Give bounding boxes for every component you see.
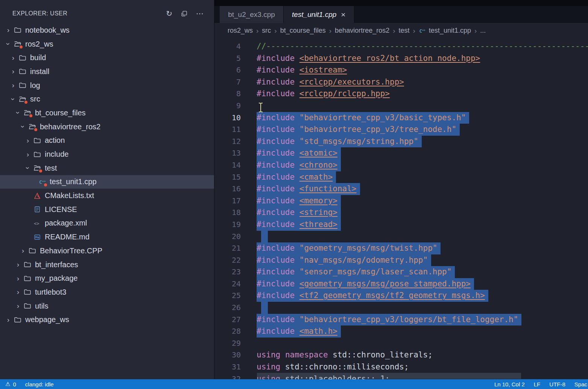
tree-item-utils[interactable]: ›utils [0,299,214,313]
breadcrumb-item[interactable]: src [262,27,271,35]
chevron-icon[interactable]: › [9,95,17,104]
breadcrumb-item[interactable]: ros2_ws [228,27,253,35]
line-number[interactable]: 28 [214,325,241,338]
code-line-6[interactable]: 6#include <iostream> [214,64,588,76]
code-line-14[interactable]: 14#include <chrono> [214,159,588,171]
chevron-icon[interactable]: › [14,274,23,283]
tree-item-test[interactable]: ›test [0,161,214,175]
horizontal-scrollbar[interactable] [257,373,521,379]
line-number[interactable]: 31 [214,361,241,373]
chevron-icon[interactable]: › [23,150,32,159]
refresh-icon[interactable]: ↻ [166,9,172,18]
tree-item-turtlebot3[interactable]: ›turtlebot3 [0,285,214,299]
tree-item-test_unit1.cpp[interactable]: C++test_unit1.cpp [0,175,214,189]
line-number[interactable]: 15 [214,171,241,183]
code-line-8[interactable]: 8#include <rclcpp/rclcpp.hpp> [214,88,588,100]
tree-item-package.xml[interactable]: <>package.xml [0,216,214,230]
clangd-status[interactable]: clangd: idle [25,381,54,387]
tree-item-include[interactable]: ›include [0,147,214,161]
line-number[interactable]: 25 [214,290,241,302]
code-editor[interactable]: 4//-------------------------------------… [214,38,588,379]
eol-indicator[interactable]: LF [534,381,541,387]
code-line-16[interactable]: 16#include <functional> [214,183,588,195]
tree-item-LICENSE[interactable]: LICENSE [0,203,214,216]
tree-item-bt_interfaces[interactable]: ›bt_interfaces [0,258,214,272]
tree-item-BehaviorTree.CPP[interactable]: ›BehaviorTree.CPP [0,244,214,258]
code-line-9[interactable]: 9 [214,100,588,112]
line-number[interactable]: 26 [214,302,241,314]
problems-indicator[interactable]: ⚠ 0 [5,381,16,387]
chevron-icon[interactable]: › [18,247,27,255]
breadcrumb-item[interactable]: bt_course_files [280,27,326,35]
code-line-19[interactable]: 19#include <thread> [214,219,588,231]
chevron-icon[interactable]: › [23,136,32,145]
breadcrumb-overflow[interactable]: ... [480,27,486,35]
line-number[interactable]: 16 [214,183,241,195]
chevron-icon[interactable]: › [9,54,18,62]
tab-bt_u2_ex3.cpp[interactable]: bt_u2_ex3.cpp [220,6,284,23]
tree-item-my_package[interactable]: ›my_package [0,271,214,285]
chevron-icon[interactable]: › [14,260,23,269]
tree-item-webpage_ws[interactable]: ›webpage_ws [0,313,214,327]
line-number[interactable]: 27 [214,314,241,326]
encoding-indicator[interactable]: UTF-8 [549,381,565,387]
tree-item-log[interactable]: ›log [0,79,214,92]
line-number[interactable]: 18 [214,207,241,219]
tree-item-notebook_ws[interactable]: ›notebook_ws [0,23,214,37]
line-number[interactable]: 21 [214,242,241,254]
line-number[interactable]: 22 [214,254,241,266]
line-number[interactable]: 11 [214,124,241,136]
code-line-23[interactable]: 23#include "sensor_msgs/msg/laser_scan.h… [214,266,588,278]
code-line-12[interactable]: 12#include "std_msgs/msg/string.hpp" [214,136,588,148]
chevron-icon[interactable]: › [9,81,18,89]
line-number[interactable]: 29 [214,338,241,350]
code-line-22[interactable]: 22#include "nav_msgs/msg/odometry.hpp" [214,254,588,266]
chevron-icon[interactable]: › [14,108,22,117]
breadcrumb-item[interactable]: test [399,27,410,35]
line-number[interactable]: 30 [214,349,241,361]
code-line-21[interactable]: 21#include "geometry_msgs/msg/twist.hpp" [214,242,588,254]
breadcrumb-item[interactable]: behaviortree_ros2 [335,27,389,35]
code-line-11[interactable]: 11#include "behaviortree_cpp_v3/tree_nod… [214,124,588,136]
cursor-position[interactable]: Ln 10, Col 2 [494,381,525,387]
breadcrumb-file[interactable]: test_unit1.cpp [429,27,471,35]
more-actions-icon[interactable]: ⋯ [196,9,204,18]
tree-item-ros2_ws[interactable]: ›ros2_ws [0,37,214,51]
line-number[interactable]: 10 [214,112,241,124]
code-line-7[interactable]: 7#include <rclcpp/executors.hpp> [214,76,588,88]
line-number[interactable]: 5 [214,53,241,65]
line-number[interactable]: 9 [214,100,241,112]
indent-indicator[interactable]: Spac [574,381,587,387]
line-number[interactable]: 14 [214,159,241,171]
code-line-10[interactable]: 10#include "behaviortree_cpp_v3/basic_ty… [214,112,588,124]
chevron-icon[interactable]: › [4,316,13,324]
code-line-13[interactable]: 13#include <atomic> [214,147,588,159]
code-line-24[interactable]: 24#include <geometry_msgs/msg/pose_stamp… [214,278,588,290]
line-number[interactable]: 8 [214,88,241,100]
tree-item-src[interactable]: ›src [0,92,214,106]
code-line-27[interactable]: 27#include "behaviortree_cpp_v3/loggers/… [214,314,588,326]
code-line-25[interactable]: 25#include <tf2_geometry_msgs/tf2_geomet… [214,290,588,302]
chevron-icon[interactable]: › [4,26,13,34]
line-number[interactable]: 4 [214,41,241,53]
tree-item-install[interactable]: ›install [0,65,214,79]
chevron-icon[interactable]: › [19,122,27,131]
tree-item-build[interactable]: ›build [0,51,214,65]
code-line-20[interactable]: 20 [214,231,588,243]
code-line-18[interactable]: 18#include <string> [214,207,588,219]
tree-item-action[interactable]: ›action [0,134,214,148]
code-line-28[interactable]: 28#include <math.h> [214,325,588,338]
line-number[interactable]: 20 [214,231,241,243]
line-number[interactable]: 17 [214,195,241,207]
line-number[interactable]: 12 [214,136,241,148]
code-line-17[interactable]: 17#include <memory> [214,195,588,207]
chevron-icon[interactable]: › [9,67,18,76]
tree-item-README.md[interactable]: README.md [0,230,214,244]
line-number[interactable]: 24 [214,278,241,290]
tree-item-behaviortree_ros2[interactable]: ›behaviortree_ros2 [0,120,214,134]
tree-item-CMakeLists.txt[interactable]: CMakeLists.txt [0,189,214,203]
chevron-icon[interactable]: › [24,163,32,173]
line-number[interactable]: 6 [214,64,241,76]
line-number[interactable]: 7 [214,76,241,88]
line-number[interactable]: 23 [214,266,241,278]
